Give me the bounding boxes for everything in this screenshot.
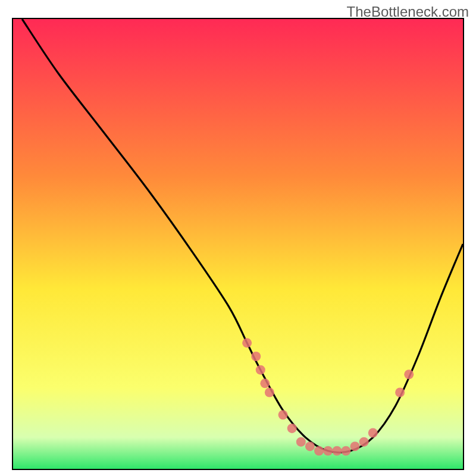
watermark-text: TheBottleneck.com bbox=[347, 4, 469, 20]
curve-layer bbox=[13, 19, 463, 469]
bottleneck-curve bbox=[22, 19, 463, 453]
marker-point bbox=[323, 446, 333, 456]
marker-point bbox=[251, 352, 261, 361]
marker-point bbox=[305, 441, 315, 451]
marker-point bbox=[256, 365, 265, 375]
plot-area bbox=[12, 18, 464, 470]
marker-point bbox=[242, 338, 252, 347]
marker-point bbox=[314, 446, 324, 456]
marker-point bbox=[287, 424, 297, 433]
marker-point bbox=[332, 446, 342, 456]
chart-container: TheBottleneck.com bbox=[0, 0, 476, 476]
marker-point bbox=[395, 387, 405, 397]
marker-point bbox=[404, 369, 414, 379]
marker-point bbox=[296, 437, 306, 447]
sample-points bbox=[242, 338, 414, 455]
marker-point bbox=[260, 378, 270, 388]
marker-point bbox=[350, 441, 360, 451]
marker-point bbox=[265, 387, 274, 397]
marker-point bbox=[341, 446, 350, 456]
marker-point bbox=[359, 437, 369, 447]
marker-point bbox=[278, 410, 288, 419]
marker-point bbox=[368, 428, 378, 438]
